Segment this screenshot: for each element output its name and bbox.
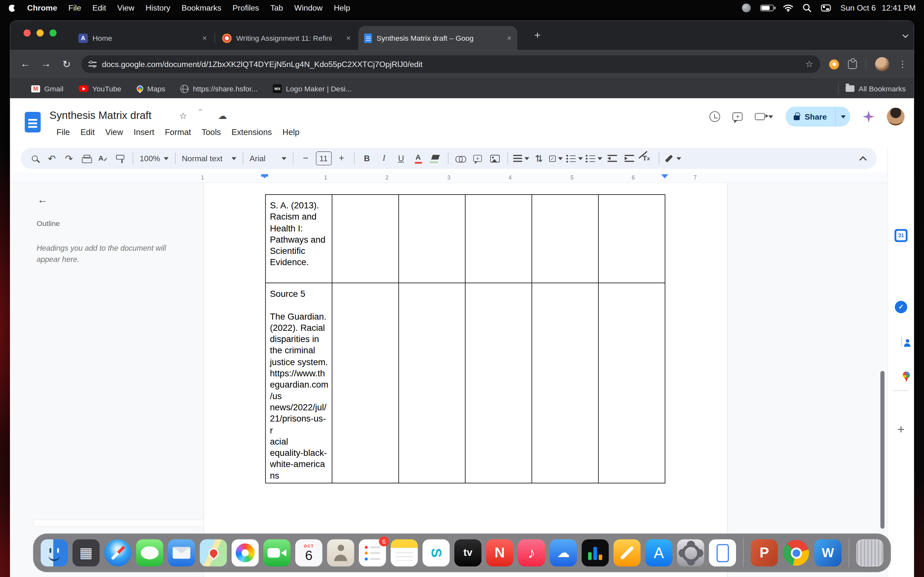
table-cell[interactable] [599, 195, 666, 284]
add-comment-icon[interactable]: + [471, 151, 485, 166]
apple-menu-icon[interactable] [8, 3, 16, 12]
align-button[interactable] [513, 151, 529, 166]
maps-dock-icon[interactable] [200, 539, 227, 566]
music-dock-icon[interactable]: ♪ [518, 539, 545, 566]
docs-menu-help[interactable]: Help [277, 125, 305, 138]
tab-close-icon[interactable]: × [507, 34, 511, 43]
back-button[interactable]: ← [19, 58, 31, 70]
redo-icon[interactable]: ↷ [62, 151, 76, 166]
battery-icon[interactable] [760, 5, 774, 11]
pages-dock-icon[interactable] [614, 539, 640, 566]
ruler[interactable]: 1 1 2 3 4 5 6 7 [10, 172, 887, 183]
share-button[interactable]: Share [786, 106, 850, 126]
wifi-icon[interactable] [783, 4, 793, 11]
app-store-dock-icon[interactable]: A [645, 539, 672, 566]
weather-dock-icon[interactable]: ☁ [550, 539, 577, 566]
table-cell[interactable] [399, 283, 465, 483]
paint-format-icon[interactable] [113, 151, 128, 166]
browser-menu-icon[interactable]: ⋮ [898, 59, 907, 69]
tab-home[interactable]: A Home × [73, 26, 213, 50]
table-cell[interactable] [599, 283, 666, 483]
bookmark-youtube[interactable]: YouTube [79, 85, 121, 93]
menu-view[interactable]: View [118, 3, 134, 12]
photos-dock-icon[interactable] [232, 539, 258, 566]
line-spacing-icon[interactable]: ⇅ [532, 151, 546, 166]
version-history-icon[interactable] [710, 111, 720, 122]
tab-writing-assignment[interactable]: Writing Assignment 11: Refini × [216, 26, 357, 50]
zoom-select[interactable]: 100% [139, 151, 170, 166]
window-close-button[interactable] [23, 29, 31, 37]
reload-button[interactable]: ↻ [61, 58, 73, 71]
docs-menu-view[interactable]: View [100, 125, 128, 138]
gemini-sparkle-icon[interactable] [863, 111, 875, 122]
table-cell[interactable] [399, 195, 465, 284]
menu-history[interactable]: History [145, 3, 170, 12]
tab-search-chevron-icon[interactable] [903, 32, 909, 38]
decrease-font-size-button[interactable]: − [298, 151, 312, 166]
comments-icon[interactable]: + [733, 113, 743, 121]
collapse-toolbar-icon[interactable] [856, 151, 870, 166]
decrease-indent-icon[interactable] [605, 151, 619, 166]
paragraph-style-select[interactable]: Normal text [181, 151, 237, 166]
launchpad-dock-icon[interactable]: ▦ [73, 539, 99, 566]
bulleted-list-button[interactable] [566, 151, 582, 166]
powerpoint-dock-icon[interactable]: P [751, 539, 778, 566]
bold-button[interactable]: B [360, 151, 374, 166]
table-cell[interactable] [465, 195, 532, 284]
print-icon[interactable] [79, 151, 93, 166]
bookmark-logo-maker[interactable]: WIXLogo Maker | Desi... [273, 84, 352, 93]
search-menus-icon[interactable] [27, 151, 42, 166]
document-title[interactable]: Synthesis Matrix draft [49, 110, 152, 122]
iphone-mirroring-dock-icon[interactable] [709, 539, 736, 566]
table-cell[interactable] [465, 283, 532, 483]
freeform-dock-icon[interactable]: S [423, 539, 449, 566]
docs-menu-format[interactable]: Format [160, 125, 196, 138]
menu-file[interactable]: File [68, 3, 81, 12]
menu-bar-clock[interactable]: Sun Oct 612:41 PM [840, 3, 916, 12]
insert-image-icon[interactable] [488, 151, 502, 166]
increase-indent-icon[interactable] [622, 151, 636, 166]
underline-button[interactable]: U [394, 151, 408, 166]
calendar-dock-icon[interactable]: OCT6 [295, 539, 322, 566]
italic-button[interactable]: I [377, 151, 391, 166]
table-cell[interactable] [532, 283, 599, 483]
tab-close-icon[interactable]: × [202, 34, 207, 43]
settings-dock-icon[interactable] [677, 539, 704, 566]
tasks-side-icon[interactable]: ✓ [895, 301, 907, 314]
active-app-name[interactable]: Chrome [27, 3, 57, 12]
bookmark-star-icon[interactable]: ☆ [805, 59, 813, 69]
apple-tv-dock-icon[interactable]: tv [454, 539, 481, 566]
docs-menu-file[interactable]: File [51, 125, 75, 138]
new-tab-button[interactable]: + [531, 29, 544, 42]
finder-dock-icon[interactable] [41, 539, 68, 566]
forward-button[interactable]: → [40, 58, 52, 70]
menu-help[interactable]: Help [334, 3, 350, 12]
docs-menu-tools[interactable]: Tools [196, 125, 226, 138]
facetime-dock-icon[interactable] [263, 539, 290, 566]
tab-close-icon[interactable]: × [346, 34, 351, 43]
extension-icon[interactable] [829, 59, 839, 69]
all-bookmarks-button[interactable]: All Bookmarks [846, 85, 906, 93]
table-cell[interactable] [532, 195, 599, 284]
docs-menu-insert[interactable]: Insert [128, 125, 160, 138]
site-settings-icon[interactable] [89, 61, 97, 67]
right-indent-marker[interactable] [661, 174, 668, 179]
menu-tab[interactable]: Tab [270, 3, 283, 12]
bookmark-gmail[interactable]: MGmail [31, 85, 63, 93]
browser-profile-avatar[interactable] [875, 57, 889, 71]
menu-bookmarks[interactable]: Bookmarks [182, 3, 221, 12]
left-indent-marker[interactable] [261, 174, 268, 179]
siri-status-icon[interactable] [742, 3, 751, 12]
close-outline-icon[interactable]: ← [37, 193, 48, 206]
extensions-puzzle-icon[interactable] [848, 60, 857, 69]
safari-dock-icon[interactable] [104, 539, 131, 566]
notes-dock-icon[interactable] [391, 539, 418, 566]
contacts-side-icon[interactable] [901, 336, 902, 348]
menu-window[interactable]: Window [294, 3, 322, 12]
spotlight-search-icon[interactable] [803, 3, 812, 12]
calendar-side-icon[interactable]: 31 [895, 229, 907, 242]
insert-link-icon[interactable] [453, 151, 467, 166]
bookmark-hsforms[interactable]: https://share.hsfor... [181, 85, 258, 93]
trash-dock-icon[interactable] [856, 539, 883, 566]
stocks-dock-icon[interactable] [582, 539, 609, 566]
